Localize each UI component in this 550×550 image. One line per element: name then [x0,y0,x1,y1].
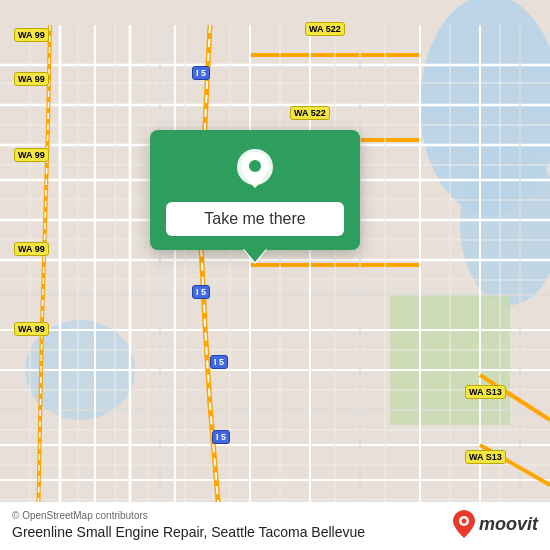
take-me-there-button[interactable]: Take me there [166,202,344,236]
road-badge-i5-5: I 5 [212,430,230,444]
road-badge-wa99-2: WA 99 [14,72,49,86]
bottom-bar: © OpenStreetMap contributors Greenline S… [0,502,550,550]
moovit-pin-icon [453,510,475,538]
road-badge-wa99-4: WA 99 [14,242,49,256]
moovit-brand-text: moovit [479,514,538,535]
moovit-logo: moovit [453,510,538,538]
svg-point-56 [249,160,261,172]
map-container: WA 99 WA 522 WA 99 WA 522 WA 99 I 5 I 5 … [0,0,550,550]
road-badge-wa522-1: WA 522 [305,22,345,36]
road-badge-wa99-5: WA 99 [14,322,49,336]
map-svg [0,0,550,550]
road-badge-i5-1: I 5 [192,66,210,80]
popup-card: Take me there [150,130,360,250]
road-badge-was13-1: WA S13 [465,385,506,399]
road-badge-was13-2: WA S13 [465,450,506,464]
road-badge-i5-4: I 5 [210,355,228,369]
road-badge-wa99-1: WA 99 [14,28,49,42]
road-badge-wa522-2: WA 522 [290,106,330,120]
svg-point-58 [461,519,466,524]
location-pin-icon [233,148,277,192]
road-badge-wa99-3: WA 99 [14,148,49,162]
road-badge-i5-3: I 5 [192,285,210,299]
